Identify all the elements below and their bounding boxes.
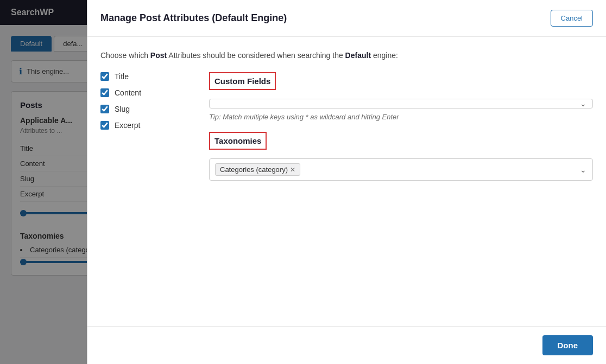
checkbox-label-title: Title [115, 72, 129, 81]
cancel-button[interactable]: Cancel [551, 10, 593, 27]
checkbox-content[interactable] [100, 88, 109, 97]
modal-panel: Manage Post Attributes (Default Engine) … [87, 0, 606, 364]
left-overlay [0, 0, 87, 364]
desc-post: Post [150, 51, 167, 60]
taxonomies-label: Taxonomies [209, 132, 267, 150]
checkbox-label-slug: Slug [115, 105, 130, 113]
modal-description: Choose which Post Attributes should be c… [100, 50, 593, 61]
modal-footer: Done [87, 326, 606, 364]
checkbox-row-excerpt: Excerpt [100, 121, 187, 130]
desc-engine: Default [345, 51, 371, 60]
taxonomy-tag-categories: Categories (category) ✕ [215, 163, 300, 176]
taxonomy-tag-label: Categories (category) [220, 165, 288, 174]
desc-suffix: engine: [371, 51, 398, 60]
modal-columns: Title Content Slug Excerpt [100, 72, 593, 181]
modal-body: Choose which Post Attributes should be c… [87, 37, 606, 326]
modal-title: Manage Post Attributes (Default Engine) [100, 12, 287, 24]
taxonomies-dropdown[interactable]: Categories (category) ✕ [209, 158, 593, 181]
checkbox-row-content: Content [100, 88, 187, 97]
custom-fields-section: Custom Fields [209, 72, 593, 95]
modal-checkboxes: Title Content Slug Excerpt [100, 72, 187, 181]
taxonomy-tag-remove-icon[interactable]: ✕ [290, 166, 295, 174]
custom-fields-label: Custom Fields [209, 72, 276, 90]
custom-fields-tip: Tip: Match multiple keys using * as wild… [209, 113, 593, 121]
checkbox-slug[interactable] [100, 105, 109, 113]
checkbox-title[interactable] [100, 72, 109, 81]
desc-middle: Attributes should be considered when sea… [167, 51, 345, 60]
checkbox-row-slug: Slug [100, 105, 187, 113]
checkbox-excerpt[interactable] [100, 121, 109, 130]
desc-prefix: Choose which [100, 51, 150, 60]
done-button[interactable]: Done [542, 335, 594, 355]
checkbox-row-title: Title [100, 72, 187, 81]
taxonomies-dropdown-wrapper: Categories (category) ✕ ⌄ [209, 158, 593, 181]
custom-fields-dropdown-wrapper: ⌄ [209, 99, 593, 108]
checkbox-label-content: Content [115, 88, 141, 97]
custom-fields-dropdown[interactable] [209, 99, 593, 108]
checkbox-label-excerpt: Excerpt [115, 121, 140, 130]
taxonomies-section: Taxonomies [209, 132, 593, 155]
modal-right-panel: Custom Fields ⌄ Tip: Match multiple keys… [209, 72, 593, 181]
modal-header: Manage Post Attributes (Default Engine) … [87, 0, 606, 37]
